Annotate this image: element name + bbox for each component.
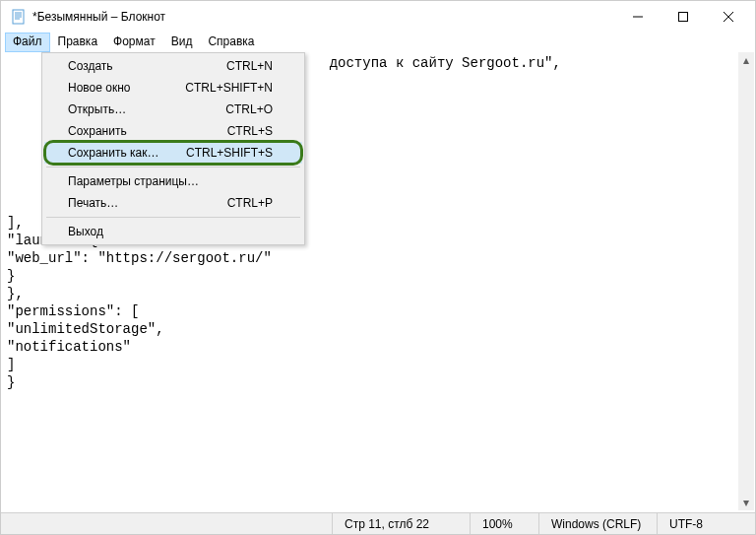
menu-separator: [46, 217, 300, 218]
menu-view[interactable]: Вид: [163, 33, 201, 52]
menu-item-save-as[interactable]: Сохранить как… CTRL+SHIFT+S: [44, 142, 302, 164]
menu-item-label: Выход: [68, 225, 103, 238]
close-button[interactable]: [706, 1, 751, 33]
file-menu-dropdown: Создать CTRL+N Новое окно CTRL+SHIFT+N О…: [41, 52, 305, 245]
menu-separator: [46, 167, 300, 167]
menu-help[interactable]: Справка: [200, 33, 262, 52]
menu-item-shortcut: CTRL+SHIFT+N: [185, 81, 273, 95]
svg-rect-6: [679, 13, 688, 22]
status-zoom: 100%: [470, 513, 538, 534]
menu-file[interactable]: Файл: [5, 33, 50, 52]
status-eol: Windows (CRLF): [538, 513, 657, 534]
menu-item-label: Новое окно: [68, 81, 131, 95]
maximize-button[interactable]: [661, 1, 706, 33]
menu-item-new-window[interactable]: Новое окно CTRL+SHIFT+N: [44, 77, 302, 99]
menu-item-open[interactable]: Открыть… CTRL+O: [44, 99, 302, 120]
menu-item-exit[interactable]: Выход: [44, 221, 302, 242]
status-empty: [1, 513, 332, 534]
menu-item-label: Открыть…: [68, 102, 126, 116]
menu-item-label: Печать…: [68, 196, 118, 210]
menu-item-shortcut: CTRL+O: [225, 102, 273, 116]
scrollbar-vertical[interactable]: ▴ ▾: [738, 52, 754, 510]
menu-item-shortcut: CTRL+SHIFT+S: [186, 146, 273, 160]
menu-item-save[interactable]: Сохранить CTRL+S: [44, 120, 302, 142]
app-icon: [11, 9, 27, 25]
status-position: Стр 11, стлб 22: [332, 513, 470, 534]
menu-edit[interactable]: Правка: [50, 33, 106, 52]
menu-item-new[interactable]: Создать CTRL+N: [44, 55, 302, 77]
menubar: Файл Правка Формат Вид Справка: [1, 33, 755, 52]
scroll-down-icon[interactable]: ▾: [738, 495, 754, 510]
window-controls: [615, 1, 751, 33]
menu-item-label: Создать: [68, 59, 113, 73]
menu-item-label: Сохранить как…: [68, 146, 158, 160]
minimize-button[interactable]: [615, 1, 661, 33]
menu-item-shortcut: CTRL+S: [227, 124, 273, 138]
menu-format[interactable]: Формат: [105, 33, 163, 52]
menu-item-shortcut: CTRL+N: [226, 59, 273, 73]
status-encoding: UTF-8: [657, 513, 755, 534]
window-title: *Безымянный – Блокнот: [32, 10, 615, 24]
menu-item-label: Сохранить: [68, 124, 127, 138]
menu-item-shortcut: CTRL+P: [227, 196, 273, 210]
titlebar: *Безымянный – Блокнот: [1, 1, 755, 33]
menu-item-print[interactable]: Печать… CTRL+P: [44, 192, 302, 214]
menu-item-page-setup[interactable]: Параметры страницы…: [44, 170, 302, 192]
scroll-up-icon[interactable]: ▴: [738, 52, 754, 68]
menu-item-label: Параметры страницы…: [68, 174, 199, 188]
editor-line-partial: доступа к сайту Sergoot.ru",: [321, 55, 561, 71]
statusbar: Стр 11, стлб 22 100% Windows (CRLF) UTF-…: [1, 512, 755, 534]
